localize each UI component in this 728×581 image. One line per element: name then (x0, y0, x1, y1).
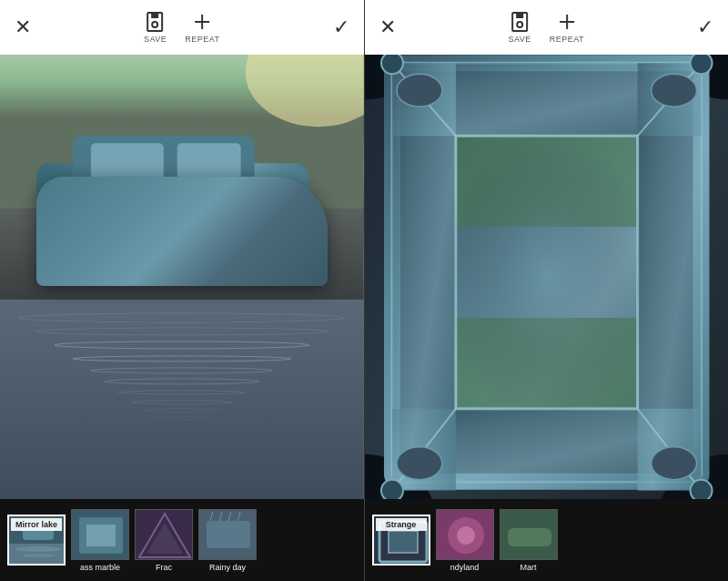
right-toolbar-left: ✕ (379, 15, 396, 39)
svg-point-2 (153, 22, 158, 27)
strip-label-candy: ndyland (450, 563, 480, 572)
svg-point-57 (396, 447, 441, 480)
svg-point-56 (651, 74, 696, 107)
strip-item-rainy-day[interactable]: Rainy day (198, 509, 257, 572)
left-confirm-button[interactable]: ✓ (333, 15, 349, 39)
svg-point-83 (457, 526, 475, 545)
strip-label-frac: Frac (156, 563, 172, 572)
left-panel: ✕ SAVE REPEAT (0, 0, 364, 499)
svg-point-12 (64, 209, 118, 263)
svg-point-15 (257, 219, 289, 252)
strip-item-mirror-lake[interactable]: Mirror lake (7, 515, 66, 566)
svg-point-64 (22, 554, 55, 557)
thumb-svg-2 (72, 510, 129, 560)
thumb-svg-3 (136, 510, 193, 560)
left-image-container (0, 55, 364, 499)
svg-rect-79 (389, 531, 418, 553)
strip-item-frac[interactable]: Frac (135, 509, 193, 572)
left-toolbar-left: ✕ (15, 15, 31, 39)
svg-point-55 (396, 74, 441, 107)
left-image (0, 55, 364, 499)
svg-rect-28 (516, 13, 523, 18)
strip-item-mart[interactable]: Mart (500, 509, 558, 572)
svg-point-58 (651, 447, 696, 480)
left-save-button[interactable]: SAVE (144, 11, 167, 44)
svg-point-14 (246, 209, 300, 263)
thumb-svg-7 (500, 510, 558, 560)
strip-active-label-right: Strange (376, 518, 427, 531)
svg-rect-11 (177, 143, 241, 179)
right-image-svg (365, 55, 729, 499)
left-toolbar: ✕ SAVE REPEAT (0, 0, 364, 55)
svg-point-29 (517, 22, 522, 27)
strip-thumb-frac (135, 509, 193, 560)
svg-point-63 (15, 546, 61, 552)
right-image-container (365, 55, 729, 499)
left-repeat-label: REPEAT (185, 35, 219, 44)
strip-label-glass: ass marble (80, 563, 120, 572)
svg-rect-1 (152, 13, 159, 18)
save-icon-right (509, 11, 531, 33)
right-close-button[interactable]: ✕ (379, 15, 396, 39)
svg-point-50 (380, 55, 402, 74)
left-save-label: SAVE (144, 35, 167, 44)
svg-rect-10 (91, 143, 164, 179)
strip-active-label: Mirror lake (11, 518, 62, 531)
right-strip: Strange ndyland (365, 499, 729, 581)
strip-thumb-strange: Strange (372, 515, 430, 566)
right-toolbar-right: ✓ (697, 15, 713, 39)
plus-icon (191, 11, 213, 33)
svg-rect-7 (0, 209, 364, 300)
right-panel: ✕ SAVE REPEAT (364, 0, 729, 499)
strip-item-strange[interactable]: Strange (372, 515, 430, 566)
strip-label-rainy: Rainy day (209, 563, 246, 572)
strip-item-glass-marble[interactable]: ass marble (71, 509, 129, 572)
strip-item-candyland[interactable]: ndyland (436, 509, 494, 572)
svg-point-13 (75, 219, 107, 252)
strip-thumb-candy (436, 509, 494, 560)
strip-thumb-glass (71, 509, 129, 560)
svg-point-52 (380, 480, 402, 499)
right-toolbar-center: SAVE REPEAT (508, 11, 584, 44)
bottom-strip: Mirror lake ass marble (0, 499, 728, 581)
left-repeat-button[interactable]: REPEAT (185, 11, 219, 44)
svg-rect-67 (86, 525, 116, 546)
left-toolbar-right: ✓ (333, 15, 349, 39)
svg-rect-85 (508, 528, 551, 546)
right-save-label: SAVE (508, 35, 531, 44)
strip-thumb-mart (500, 509, 558, 560)
right-repeat-button[interactable]: REPEAT (550, 11, 584, 44)
right-confirm-button[interactable]: ✓ (697, 15, 713, 39)
save-icon (145, 11, 167, 33)
strip-thumb-mirror-lake: Mirror lake (7, 515, 66, 566)
left-toolbar-center: SAVE REPEAT (144, 11, 220, 44)
main-area: ✕ SAVE REPEAT (0, 0, 728, 499)
svg-point-51 (690, 55, 712, 74)
left-close-button[interactable]: ✕ (15, 15, 31, 39)
svg-rect-72 (207, 521, 250, 548)
right-repeat-label: REPEAT (550, 35, 584, 44)
strip-thumb-rainy (198, 509, 257, 560)
strip-label-mart: Mart (521, 563, 537, 572)
plus-icon-right (556, 11, 578, 33)
svg-point-53 (690, 480, 712, 499)
svg-point-59 (437, 131, 655, 423)
thumb-svg-4 (199, 510, 257, 560)
thumb-svg-6 (437, 510, 494, 560)
right-toolbar: ✕ SAVE REPEAT (365, 0, 729, 55)
right-save-button[interactable]: SAVE (508, 11, 531, 44)
left-strip: Mirror lake ass marble (0, 499, 364, 581)
left-image-svg (0, 55, 364, 499)
